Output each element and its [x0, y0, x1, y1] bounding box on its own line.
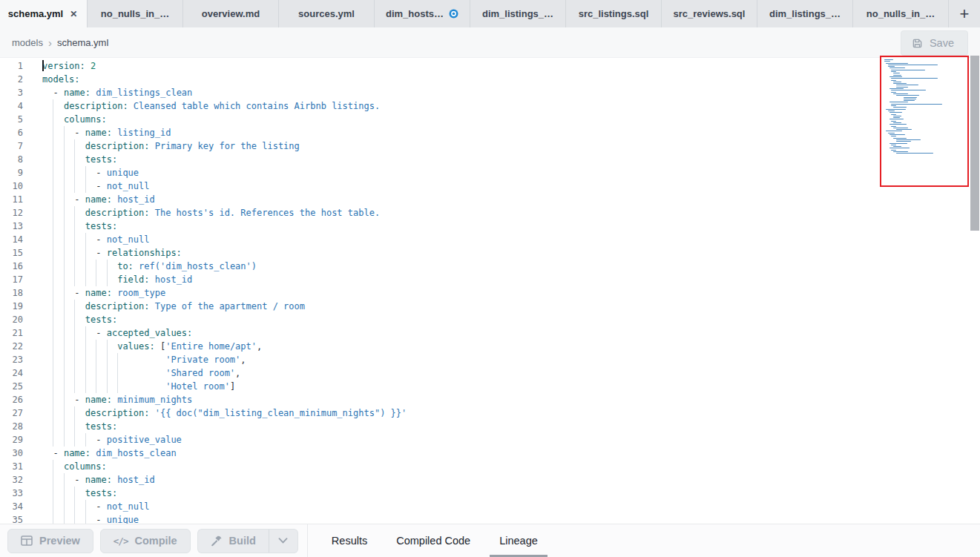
line-number: 1	[0, 59, 23, 73]
line-number: 30	[0, 446, 23, 460]
close-tab-icon[interactable]: ✕	[68, 8, 79, 20]
indent-guide	[85, 166, 86, 179]
minimap-code-line	[889, 124, 907, 125]
file-tab-label: schema.yml	[8, 8, 63, 19]
minimap-code-line	[893, 138, 907, 139]
file-tab-5[interactable]: dim_hosts…	[375, 0, 470, 27]
indent-guide	[64, 166, 65, 179]
panel-tab-compiled-code[interactable]: Compiled Code	[395, 524, 471, 557]
breadcrumb-item-models[interactable]: models	[12, 37, 43, 48]
panel-tab-label: Compiled Code	[396, 535, 470, 547]
minimap-code-line	[884, 59, 893, 60]
file-tab-4[interactable]: sources.yml	[279, 0, 375, 27]
hammer-icon	[211, 535, 223, 547]
indent-guide	[64, 473, 65, 487]
minimap-code-line	[891, 70, 925, 70]
vertical-scrollbar-thumb[interactable]	[970, 56, 979, 231]
indent-guide	[53, 233, 53, 246]
panel-tab-lineage[interactable]: Lineage	[499, 524, 539, 557]
minimap-code-line	[889, 112, 902, 113]
minimap-code-line	[891, 126, 896, 127]
indent-guide	[53, 286, 53, 300]
minimap-code-line	[896, 95, 919, 96]
code-line: - name: host_id	[42, 193, 980, 206]
panel-tab-label: Results	[332, 535, 367, 547]
minimap-code-line	[889, 76, 902, 77]
indent-guide	[107, 260, 108, 273]
line-number: 27	[0, 406, 23, 420]
indent-guide	[53, 153, 53, 166]
indent-guide	[64, 340, 65, 353]
code-line: - name: dim_hosts_clean	[42, 446, 980, 460]
file-tab-8[interactable]: src_reviews.sql	[662, 0, 757, 27]
indent-guide	[53, 326, 53, 340]
line-number: 25	[0, 380, 23, 393]
save-button[interactable]: Save	[901, 30, 968, 56]
compile-button[interactable]: </>Compile	[100, 529, 191, 553]
indent-guide	[96, 260, 96, 273]
code-line: 'Shared room',	[42, 366, 980, 380]
indent-guide	[64, 206, 65, 220]
indent-guide	[64, 420, 65, 433]
minimap-viewport[interactable]	[880, 56, 969, 187]
minimap-code-line	[896, 85, 918, 85]
line-number: 35	[0, 513, 23, 524]
file-tab-label: src_listings.sql	[579, 8, 649, 19]
indent-guide	[53, 260, 53, 273]
panel-tab-results[interactable]: Results	[331, 524, 368, 557]
file-tab-2[interactable]: no_nulls_in_…	[88, 0, 183, 27]
indent-guide	[64, 487, 65, 500]
new-tab-button[interactable]: +	[949, 0, 980, 27]
line-number: 15	[0, 246, 23, 260]
indent-guide	[74, 366, 75, 380]
indent-guide	[53, 273, 53, 286]
indent-guide	[107, 273, 108, 286]
minimap-code-line	[893, 146, 902, 147]
indent-guide	[53, 193, 53, 206]
code-line: 'Private room',	[42, 353, 980, 366]
minimap-code-line	[904, 97, 916, 98]
minimap-code-line	[888, 111, 895, 111]
file-tab-label: sources.yml	[298, 8, 355, 19]
indent-guide	[85, 246, 86, 260]
minimap-code-line	[896, 139, 921, 140]
file-tab-6[interactable]: dim_listings_…	[470, 0, 566, 27]
line-number: 7	[0, 139, 23, 153]
minimap-code-line	[891, 114, 896, 115]
indent-guide	[64, 233, 65, 246]
build-dropdown-button[interactable]	[269, 529, 298, 553]
code-line: - name: room_type	[42, 286, 980, 300]
line-number: 33	[0, 487, 23, 500]
file-tab-10[interactable]: no_nulls_in_…	[853, 0, 949, 27]
code-line: - name: dim_listings_clean	[42, 86, 980, 99]
code-lines[interactable]: version: 2models: - name: dim_listings_c…	[33, 58, 980, 524]
file-tab-3[interactable]: overview.md	[183, 0, 279, 27]
line-number: 3	[0, 86, 23, 99]
code-line: - accepted_values:	[42, 326, 980, 340]
indent-guide	[107, 340, 108, 353]
indent-guide	[53, 99, 53, 113]
minimap-code-line	[888, 133, 895, 134]
file-tab-label: dim_hosts…	[386, 8, 444, 19]
indent-guide	[64, 353, 65, 366]
indent-guide	[117, 366, 118, 380]
indent-guide	[85, 353, 86, 366]
code-line: - positive_value	[42, 433, 980, 446]
file-tab-9[interactable]: dim_listings_…	[757, 0, 853, 27]
indent-guide	[53, 500, 53, 513]
active-tab-underline	[490, 555, 547, 557]
indent-guide	[74, 220, 75, 233]
indent-guide	[74, 420, 75, 433]
minimap-code-line	[904, 100, 915, 101]
preview-button[interactable]: Preview	[7, 529, 93, 553]
minimap-code-line	[889, 88, 904, 89]
file-tab-7[interactable]: src_listings.sql	[566, 0, 662, 27]
file-tab-1[interactable]: schema.yml✕	[0, 0, 88, 27]
build-button[interactable]: Build	[197, 529, 269, 553]
indent-guide	[53, 487, 53, 500]
indent-guide	[64, 286, 65, 300]
indent-guide	[85, 366, 86, 380]
code-line: - not_null	[42, 500, 980, 513]
button-label: Compile	[134, 535, 177, 547]
minimap-code-line	[891, 71, 896, 72]
